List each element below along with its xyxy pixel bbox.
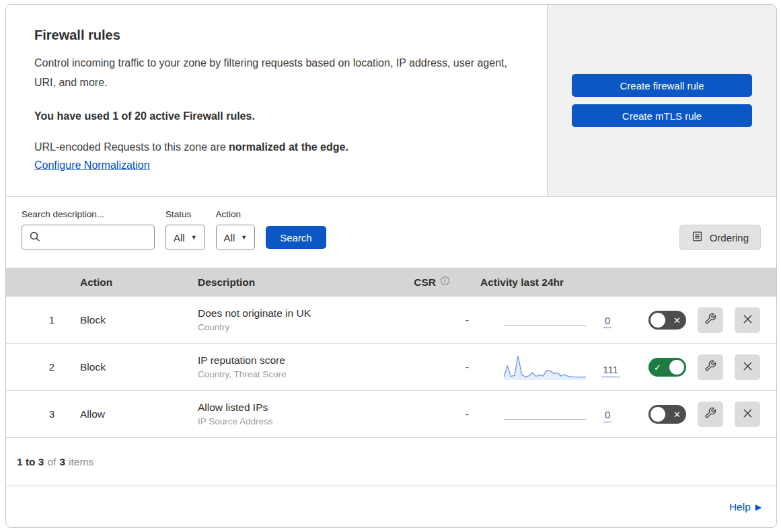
- rule-description: Does not originate in UK: [198, 307, 400, 319]
- rule-description: IP reputation score: [198, 354, 400, 367]
- items-total: 3: [59, 456, 65, 468]
- rule-priority-number: 1: [6, 314, 68, 326]
- table-header-row: Action Description CSR Activity last 24h…: [6, 268, 776, 297]
- rule-criteria: Country: [198, 322, 400, 332]
- edit-rule-button[interactable]: [698, 354, 723, 380]
- page-description: Control incoming traffic to your zone by…: [34, 54, 509, 93]
- toggle-state-icon: ✕: [673, 410, 681, 418]
- action-selected-value: All: [224, 232, 235, 243]
- enable-toggle[interactable]: ✕: [648, 405, 686, 424]
- action-select[interactable]: All ▼: [216, 225, 256, 250]
- table-row: 2 Block IP reputation score Country, Thr…: [6, 344, 776, 391]
- rule-criteria: IP Source Address: [198, 416, 400, 426]
- chevron-down-icon: ▼: [241, 235, 247, 241]
- enable-toggle[interactable]: ✕: [648, 311, 686, 330]
- enable-toggle[interactable]: ✓: [648, 358, 686, 377]
- toggle-knob: [650, 313, 665, 328]
- chevron-down-icon: ▼: [191, 235, 197, 241]
- activity-count-link[interactable]: 111: [601, 364, 620, 377]
- activity-cell: 0: [477, 305, 620, 335]
- wrench-icon: [704, 313, 716, 327]
- ordering-button-label: Ordering: [710, 232, 749, 243]
- of-text: of: [47, 456, 56, 468]
- page-title: Firewall rules: [34, 28, 519, 43]
- activity-count-link[interactable]: 0: [603, 409, 611, 422]
- search-input[interactable]: [44, 231, 147, 243]
- rule-description-cell: Allow listed IPs IP Source Address: [186, 402, 400, 426]
- action-filter-group: Action All ▼: [216, 209, 256, 250]
- close-icon: [742, 408, 753, 421]
- delete-rule-button[interactable]: [735, 354, 760, 380]
- items-text: items: [69, 456, 94, 468]
- rule-description: Allow listed IPs: [198, 402, 400, 414]
- create-firewall-rule-button[interactable]: Create firewall rule: [572, 74, 752, 97]
- usage-summary: You have used 1 of 20 active Firewall ru…: [34, 110, 519, 122]
- search-icon: [29, 231, 40, 245]
- rule-criteria: Country, Threat Score: [198, 369, 400, 379]
- help-bar: Help ▶: [6, 486, 776, 527]
- normalization-prefix: URL-encoded Requests to this zone are: [34, 141, 229, 153]
- actions-panel: Create firewall rule Create mTLS rule: [548, 5, 776, 196]
- rule-csr-value: -: [400, 408, 477, 420]
- rule-controls: ✕: [620, 402, 776, 427]
- toggle-state-icon: ✕: [673, 315, 681, 324]
- items-range: 1 to 3: [17, 456, 44, 468]
- search-group: Search description...: [22, 209, 155, 250]
- rule-csr-value: -: [400, 314, 477, 326]
- csr-column-header: CSR: [400, 276, 477, 289]
- search-box: [22, 225, 155, 250]
- ordering-button[interactable]: Ordering: [679, 225, 761, 250]
- delete-rule-button[interactable]: [735, 402, 760, 427]
- status-filter-group: Status All ▼: [165, 209, 205, 250]
- activity-column-header: Activity last 24hr: [477, 276, 620, 289]
- delete-rule-button[interactable]: [735, 307, 760, 333]
- toggle-knob: [669, 360, 684, 375]
- rule-controls: ✓: [620, 354, 776, 380]
- status-label: Status: [165, 209, 205, 219]
- create-mtls-rule-button[interactable]: Create mTLS rule: [572, 104, 752, 127]
- toggle-state-icon: ✓: [654, 363, 661, 371]
- description-column-header: Description: [186, 276, 400, 289]
- header-section: Firewall rules Control incoming traffic …: [6, 5, 776, 197]
- filter-bar: Search description... Status All ▼ Actio…: [6, 197, 776, 268]
- firewall-rules-panel: Firewall rules Control incoming traffic …: [5, 4, 777, 528]
- configure-normalization-link[interactable]: Configure Normalization: [34, 159, 150, 172]
- activity-cell: 0: [477, 400, 620, 429]
- close-icon: [742, 313, 753, 327]
- help-link-label: Help: [729, 501, 751, 513]
- close-icon: [742, 360, 753, 374]
- normalization-bold: normalized at the edge.: [229, 141, 348, 153]
- csr-header-label: CSR: [414, 276, 436, 289]
- rule-description-cell: Does not originate in UK Country: [186, 307, 400, 332]
- action-column-header: Action: [68, 276, 186, 289]
- ordering-list-icon: [692, 231, 703, 244]
- table-body: 1 Block Does not originate in UK Country…: [6, 297, 776, 438]
- rule-description-cell: IP reputation score Country, Threat Scor…: [186, 354, 400, 379]
- wrench-icon: [704, 407, 716, 421]
- intro-text-block: Firewall rules Control incoming traffic …: [6, 5, 548, 196]
- activity-count-link[interactable]: 0: [603, 315, 611, 328]
- rule-priority-number: 2: [6, 361, 68, 373]
- rule-action: Block: [68, 361, 186, 373]
- edit-rule-button[interactable]: [698, 402, 723, 427]
- rule-action: Allow: [68, 408, 186, 420]
- toggle-knob: [650, 407, 665, 422]
- activity-sparkline: [504, 350, 584, 377]
- status-select[interactable]: All ▼: [165, 225, 205, 250]
- rule-priority-number: 3: [6, 408, 68, 420]
- table-row: 1 Block Does not originate in UK Country…: [6, 297, 776, 344]
- wrench-icon: [704, 360, 716, 374]
- edit-rule-button[interactable]: [698, 307, 723, 333]
- search-button[interactable]: Search: [266, 226, 326, 249]
- table-row: 3 Allow Allow listed IPs IP Source Addre…: [6, 391, 776, 438]
- info-icon[interactable]: [440, 276, 450, 289]
- activity-cell: 111: [477, 350, 620, 384]
- arrow-right-icon: ▶: [755, 502, 761, 512]
- help-link[interactable]: Help ▶: [729, 501, 761, 513]
- rule-csr-value: -: [400, 361, 477, 373]
- pagination-summary: 1 to 3 of 3 items: [6, 438, 776, 486]
- action-label: Action: [216, 209, 256, 219]
- search-label: Search description...: [22, 209, 155, 219]
- activity-sparkline: [504, 400, 586, 420]
- rule-action: Block: [68, 314, 186, 326]
